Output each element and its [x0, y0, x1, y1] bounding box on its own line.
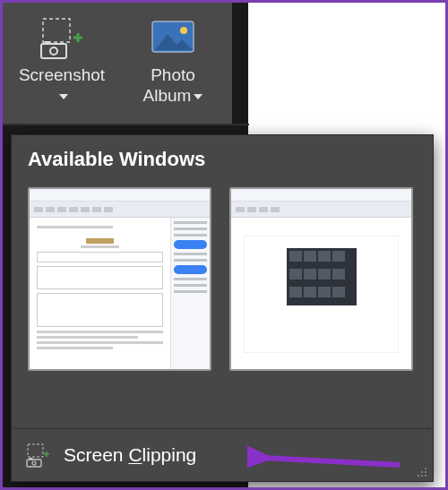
svg-rect-0 — [43, 19, 70, 42]
resize-grip-icon[interactable] — [415, 465, 427, 477]
svg-rect-10 — [28, 444, 43, 457]
screen-clipping-label: Screen Clipping — [64, 444, 196, 466]
svg-point-13 — [32, 461, 36, 465]
chevron-down-icon — [59, 94, 68, 99]
svg-point-21 — [425, 475, 426, 477]
svg-point-16 — [425, 468, 426, 469]
ribbon-divider — [3, 124, 249, 125]
window-thumbnail[interactable] — [28, 187, 211, 371]
screenshot-button[interactable]: Screenshot — [8, 6, 116, 121]
svg-point-18 — [425, 471, 426, 473]
available-windows-list — [12, 180, 433, 428]
ribbon-illustrations-group: Screenshot Photo Album — [3, 3, 232, 124]
svg-point-7 — [180, 27, 187, 34]
svg-point-17 — [421, 471, 423, 473]
screenshot-label: Screenshot — [19, 65, 105, 84]
photo-album-label-2: Album — [143, 86, 192, 105]
screen-clipping-icon — [24, 442, 51, 469]
svg-rect-2 — [41, 44, 66, 58]
svg-point-19 — [418, 475, 419, 477]
window-thumbnail[interactable] — [229, 187, 413, 371]
svg-point-3 — [50, 47, 57, 55]
chevron-down-icon — [194, 94, 202, 99]
photo-album-icon — [149, 15, 197, 60]
screenshot-icon — [38, 15, 86, 60]
photo-album-button[interactable]: Photo Album — [119, 6, 227, 121]
svg-rect-12 — [27, 460, 41, 467]
screen-clipping-item[interactable]: Screen Clipping — [12, 429, 433, 481]
screenshot-dropdown: Available Windows — [11, 134, 434, 482]
photo-album-label-1: Photo — [151, 65, 195, 84]
available-windows-header: Available Windows — [12, 135, 433, 180]
svg-point-20 — [421, 475, 423, 477]
